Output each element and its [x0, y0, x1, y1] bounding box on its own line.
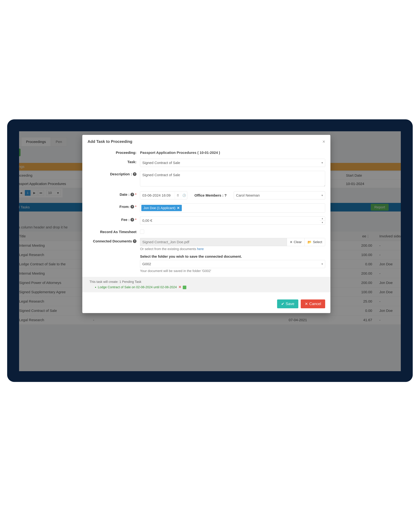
th-involved[interactable]: Involved side/s: [377, 234, 401, 238]
col-menu-icon[interactable]: ⋮: [366, 234, 372, 238]
task-select[interactable]: Signed Contract of Sale: [140, 159, 325, 167]
drag-hint: rag a column header and drop it he: [19, 223, 70, 232]
save-button[interactable]: ✔Save: [277, 299, 298, 308]
folder-save-hint: Your document will be saved in the folde…: [140, 269, 325, 273]
pending-item-text: Lodge Contract of Sale on 02-08-2024 unt…: [98, 285, 177, 289]
label-proceeding: Proceeding:: [88, 149, 140, 155]
close-icon[interactable]: ×: [322, 139, 325, 144]
new-button-partial[interactable]: ew: [19, 149, 20, 156]
description-input[interactable]: Signed Contract of Sale: [140, 171, 325, 187]
label-connected-documents: Connected Documents?: [88, 238, 140, 243]
label-description: Description :?: [88, 171, 140, 176]
cell-side: -: [377, 299, 401, 303]
th-title[interactable]: Title: [19, 234, 93, 238]
col-startdate: Start Date: [346, 173, 382, 177]
cell-fee: 25.00: [351, 299, 377, 303]
cell-title: Internal Meeting: [19, 271, 93, 276]
cell-title: Lodge Contract of Sale to the: [19, 262, 93, 266]
cell-title: Legal Research: [19, 318, 93, 322]
cell-fee: 200.00: [351, 244, 377, 248]
cell-fee: 41.67: [351, 318, 377, 322]
cell-side: Jon Doe: [377, 309, 401, 313]
cell-side: -: [377, 271, 401, 276]
help-icon[interactable]: ?: [133, 239, 136, 243]
check-icon: ✔: [281, 302, 284, 306]
table-row[interactable]: Legal Research-07-04-202141.67-: [19, 315, 401, 325]
pager-page-1[interactable]: 1: [25, 190, 30, 196]
cell-title: Signed Power of Attorneys: [19, 281, 93, 285]
record-timesheet-checkbox[interactable]: [140, 230, 144, 234]
x-icon: ✕: [305, 302, 308, 306]
section-completed-tasks: leted Tasks: [19, 205, 30, 209]
select-document-button[interactable]: 📂Select: [304, 238, 325, 246]
pager: ⏮ ◀ 1 ▶ ⏭ 10▾: [19, 188, 62, 197]
label-office-members: Office Members :?: [195, 193, 227, 197]
help-icon[interactable]: ?: [224, 193, 226, 197]
cell-fee: 100.00: [351, 253, 377, 257]
x-icon: ✕: [290, 240, 292, 244]
cell-fee: 200.00: [351, 281, 377, 285]
pager-prev[interactable]: ◀: [19, 190, 24, 196]
cell-title: Internal Meeting: [19, 244, 93, 248]
cell-side: Jon Doe: [377, 290, 401, 294]
help-icon[interactable]: ?: [133, 172, 136, 176]
remove-tag-icon[interactable]: ✕: [177, 206, 180, 210]
label-from: From:?*: [88, 203, 140, 209]
pager-last[interactable]: ⏭: [38, 190, 44, 196]
report-button[interactable]: Report: [371, 204, 389, 211]
label-record-timesheet: Record As Timesheet: [88, 229, 140, 234]
add-task-modal: Add Task to Proceeding × Proceeding: Pas…: [82, 135, 330, 313]
cell-side: Jon Doe: [377, 281, 401, 285]
office-member-select[interactable]: Carol Newman: [234, 191, 325, 200]
pending-delete-icon[interactable]: ✕: [179, 285, 181, 289]
date-input[interactable]: [140, 191, 175, 199]
tab-partial-left[interactable]: s: [19, 137, 21, 146]
cancel-button[interactable]: ✕Cancel: [301, 299, 325, 308]
cell-fee: 100.00: [351, 290, 377, 294]
label-task: Task:: [88, 159, 140, 164]
pager-next[interactable]: ▶: [31, 190, 37, 196]
clock-icon[interactable]: 🕒: [181, 191, 187, 199]
folder-select-heading: Select the folder you wish to save the c…: [140, 254, 325, 259]
existing-docs-link[interactable]: here: [197, 247, 204, 251]
folder-select[interactable]: G002: [140, 260, 325, 268]
doc-existing-hint: Or select from the existing documents he…: [140, 247, 325, 251]
cell-side: Jon Doe: [377, 262, 401, 266]
cell-title: Legal Research: [19, 299, 93, 303]
label-date: Date :?*: [88, 191, 140, 197]
fee-input[interactable]: [140, 217, 320, 225]
folder-open-icon: 📂: [308, 240, 312, 244]
pager-size-select[interactable]: 10▾: [46, 190, 60, 196]
tab-pending-partial[interactable]: Pen: [51, 137, 67, 146]
from-tag[interactable]: Jon Doe (1 Applicant)✕: [141, 205, 182, 211]
label-fee: Fee :?*: [88, 217, 140, 222]
cell-date: 07-04-2021: [289, 318, 351, 322]
cell-side: -: [377, 318, 401, 322]
fee-decrement[interactable]: ▼: [320, 221, 325, 225]
cell-fee: 0.00: [351, 309, 377, 313]
pending-lead: This task will create: 1 Pending Task: [90, 280, 323, 284]
tab-proceedings[interactable]: Proceedings: [21, 137, 51, 146]
cell-title: Signed Contract of Sale: [19, 309, 93, 313]
modal-title: Add Task to Proceeding: [88, 139, 132, 144]
pending-tasks-box: This task will create: 1 Pending Task Lo…: [82, 277, 330, 292]
cell-side: -: [377, 244, 401, 248]
help-icon[interactable]: ?: [131, 205, 134, 208]
document-filename: Signed Contract_Jon Doe.pdf: [140, 238, 287, 246]
value-proceeding: Passport Application Procedures ( 10-01-…: [140, 149, 325, 155]
cell-fee: 200.00: [351, 271, 377, 276]
cell-title: Legal Research: [19, 253, 93, 257]
row-proceeding-date: 10-01-2024: [346, 182, 382, 186]
pending-edit-icon[interactable]: [183, 286, 186, 289]
th-fee[interactable]: ee: [362, 234, 366, 238]
fee-increment[interactable]: ▲: [320, 217, 325, 221]
cell-side: -: [377, 253, 401, 257]
cell-title: Signed Supplementary Agree: [19, 290, 93, 294]
clear-document-button[interactable]: ✕Clear: [287, 238, 304, 246]
from-input[interactable]: Jon Doe (1 Applicant)✕: [140, 203, 325, 212]
help-icon[interactable]: ?: [131, 193, 134, 196]
calendar-icon[interactable]: 🗓: [175, 191, 181, 199]
help-icon[interactable]: ?: [131, 218, 134, 221]
cell-fee: 0.00: [351, 262, 377, 266]
